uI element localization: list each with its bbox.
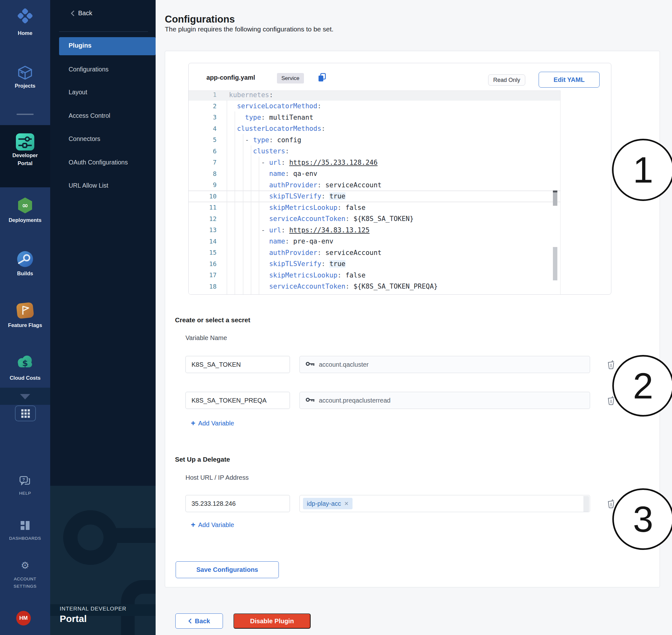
developer-portal-icon	[15, 132, 35, 153]
sidebar-item-plugins[interactable]: Plugins	[59, 37, 156, 55]
remove-tag-icon[interactable]: ✕	[344, 500, 349, 507]
code-line-13: 13 - url: https://34.83.13.125	[189, 224, 560, 236]
line-number: 13	[189, 226, 219, 234]
sidebar-item-builds[interactable]	[0, 250, 50, 269]
secrets-heading: Create or select a secret	[175, 316, 250, 324]
select-end-strip	[583, 496, 589, 512]
divider	[59, 31, 148, 32]
module-collapse-strip[interactable]	[0, 388, 50, 405]
code-line-15: 15 authProvider: serviceAccount	[189, 247, 560, 259]
line-number: 9	[189, 181, 219, 189]
code-text: serviceAccountToken: ${K8S_SA_TOKEN_PREQ…	[219, 283, 438, 290]
copy-icon[interactable]	[318, 73, 326, 84]
add-variable-button-delegate[interactable]: + Add Variable	[191, 520, 234, 529]
disable-plugin-button[interactable]: Disable Plugin	[233, 613, 310, 629]
app-window: HomeProjectsDeveloper Portal∞Deployments…	[0, 0, 672, 635]
avatar[interactable]: HM	[16, 611, 31, 626]
secret-value: account.preqaclusterread	[319, 397, 391, 404]
delegate-tag-chip: idp-play-acc✕	[303, 498, 352, 509]
code-text: type: multiTenant	[219, 114, 313, 121]
code-text: clusters:	[219, 147, 289, 155]
yaml-editor-card: app-config.yaml Service Read Only Edit Y…	[188, 63, 611, 294]
sidebar-footer-dashboards[interactable]	[0, 520, 50, 532]
sidebar-item-projects[interactable]	[0, 64, 50, 84]
sidebar-item-cloud-costs[interactable]: $	[0, 354, 50, 371]
sidebar-item-access-control[interactable]: Access Control	[69, 112, 151, 119]
scrollbar-thumb-lower[interactable]	[553, 247, 557, 280]
host-url-input[interactable]: 35.233.128.246	[186, 495, 290, 512]
code-line-9: 9 authProvider: serviceAccount	[189, 179, 560, 191]
sidebar-item-label: Feature Flags	[0, 321, 50, 329]
delete-variable-button[interactable]	[607, 360, 615, 371]
sidebar-item-layout[interactable]: Layout	[69, 89, 151, 96]
save-configurations-button[interactable]: Save Configurations	[176, 561, 279, 578]
code-text: serviceAccountToken: ${K8S_SA_TOKEN}	[219, 215, 414, 223]
key-icon	[305, 397, 315, 404]
delete-host-button[interactable]	[607, 499, 615, 509]
sidebar-divider	[17, 114, 34, 115]
back-button[interactable]: Back	[175, 613, 223, 629]
home-icon	[16, 6, 35, 27]
chevron-left-icon	[188, 618, 192, 624]
line-number: 2	[189, 103, 219, 110]
secret-select[interactable]: account.qacluster	[300, 356, 590, 373]
scrollbar-thumb[interactable]	[553, 192, 557, 206]
apps-grid-icon	[21, 409, 30, 418]
code-line-6: 6 clusters:	[189, 146, 560, 157]
code-line-5: 5 - type: config	[189, 134, 560, 146]
svg-text:∞: ∞	[22, 201, 28, 210]
delegate-heading: Set Up a Delegate	[175, 456, 230, 463]
chevron-down-icon	[20, 394, 30, 399]
sidebar-footer-help[interactable]: ?	[0, 476, 50, 488]
variable-name-input[interactable]: K8S_SA_TOKEN_PREQA	[186, 392, 290, 409]
sidebar-item-developer-portal[interactable]	[0, 132, 50, 153]
svg-text:⚙: ⚙	[21, 560, 29, 571]
sidebar-footer-account-settings[interactable]: ⚙	[0, 560, 50, 572]
tag-label: idp-play-acc	[307, 500, 341, 507]
svg-text:?: ?	[23, 477, 25, 482]
page-title: Configurations	[165, 14, 235, 25]
builds-icon	[16, 250, 34, 269]
back-nav[interactable]: Back	[70, 9, 92, 17]
add-variable-button-secrets[interactable]: + Add Variable	[191, 419, 234, 428]
sidebar-item-connectors[interactable]: Connectors	[69, 135, 151, 143]
secret-select[interactable]: account.preqaclusterread	[300, 392, 590, 409]
sidebar-item-configurations[interactable]: Configurations	[69, 66, 151, 73]
sidebar-item-url-allow-list[interactable]: URL Allow List	[69, 182, 151, 189]
sidebar-item-label: Plugins	[69, 42, 91, 49]
code-lines: 1kubernetes:2 serviceLocatorMethod:3 typ…	[189, 90, 560, 292]
service-badge: Service	[277, 73, 304, 84]
secret-value: account.qacluster	[319, 361, 369, 368]
key-icon	[305, 361, 315, 368]
code-text: - url: https://34.83.13.125	[219, 226, 370, 234]
edit-yaml-button[interactable]: Edit YAML	[539, 72, 600, 88]
line-number: 7	[189, 159, 219, 166]
svg-text:$: $	[22, 358, 28, 368]
sidebar-item-label: Developer Portal	[6, 151, 44, 167]
sidebar-item-feature-flags[interactable]	[0, 301, 50, 321]
sidebar-item-home[interactable]	[0, 6, 50, 27]
sidebar-footer-label: HELP	[0, 489, 50, 497]
code-line-12: 12 serviceAccountToken: ${K8S_SA_TOKEN}	[189, 213, 560, 225]
line-number: 3	[189, 114, 219, 121]
line-number: 16	[189, 260, 219, 268]
line-number: 8	[189, 170, 219, 177]
code-line-2: 2 serviceLocatorMethod:	[189, 101, 560, 112]
code-line-7: 7 - url: https://35.233.128.246	[189, 157, 560, 168]
projects-icon	[16, 64, 35, 84]
back-nav-label: Back	[78, 9, 92, 17]
annotation-circle-1: 1	[612, 139, 672, 201]
delegate-tag-select[interactable]: idp-play-acc✕	[300, 495, 590, 512]
code-viewport[interactable]: 1kubernetes:2 serviceLocatorMethod:3 typ…	[189, 90, 561, 294]
host-url-label: Host URL / IP Address	[186, 474, 249, 481]
variable-name-input[interactable]: K8S_SA_TOKEN	[186, 356, 290, 373]
sidebar-item-deployments[interactable]: ∞	[0, 196, 50, 216]
app-grid-button[interactable]	[15, 406, 36, 421]
line-number: 10	[189, 193, 219, 200]
delete-variable-button[interactable]	[607, 396, 615, 407]
code-line-4: 4 clusterLocatorMethods:	[189, 123, 560, 135]
sidebar-item-label: Cloud Costs	[0, 374, 50, 382]
code-line-11: 11 skipMetricsLookup: false	[189, 202, 560, 213]
sidebar-item-oauth-configurations[interactable]: OAuth Configurations	[69, 159, 151, 166]
configurations-panel: app-config.yaml Service Read Only Edit Y…	[165, 51, 660, 587]
